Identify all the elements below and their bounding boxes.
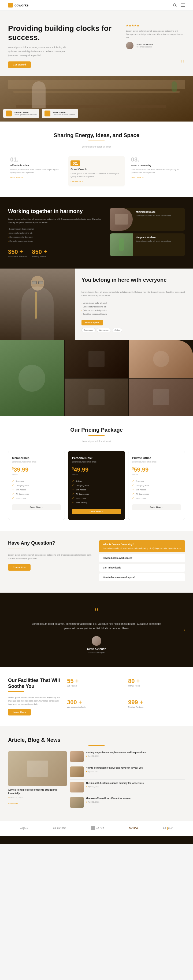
search-icon[interactable]: [172, 3, 177, 7]
testimonial-text: Lorem ipsum dolor sit amet, consectetur …: [30, 622, 163, 631]
blog-item-2-image: [70, 767, 84, 777]
feature-3-learn-more[interactable]: Learn More →: [131, 176, 144, 179]
faq-item-1[interactable]: How to book a workspace?: [99, 554, 185, 562]
gallery-shape-5: [153, 389, 169, 406]
feature-item: ✓Wifi Access: [132, 487, 181, 492]
belong-description: Lorem ipsum dolor sit amet, consectetur …: [81, 291, 187, 298]
faq-title: Have Any Question?: [8, 540, 94, 546]
pricing-card-2-cta[interactable]: Order Now →: [72, 509, 121, 514]
belong-cta-button[interactable]: Book a Space: [81, 320, 103, 325]
blog-title: Article, Blog & News: [8, 737, 185, 743]
belong-title: You belong in here with everyone: [81, 277, 187, 283]
pricing-card-3-cta[interactable]: Order Now →: [132, 504, 181, 510]
testimonial-navigation: ›: [184, 627, 185, 632]
facility-stat-1-num: 55 +: [67, 678, 124, 685]
gallery-item-5: [129, 379, 193, 416]
faq-contact-button[interactable]: Contact Us: [8, 564, 30, 571]
testimonial-author-name: DAVID SANCHEZ: [16, 648, 177, 651]
testimonial-next-button[interactable]: ›: [184, 627, 185, 632]
facility-stat-4: 999 + Positive Reviews: [128, 699, 185, 716]
feature-3-desc: Lorem ipsum dolor sit amet, consectetur …: [131, 168, 183, 174]
pricing-card-1-price: $39.99: [12, 466, 61, 473]
faq-item-active[interactable]: What is Cowork Coworking? Lorem ipsum do…: [99, 540, 185, 552]
workspace-card-1: Comfort Place Lorem ipsum dolor sit amet: [3, 109, 39, 118]
partner-1: al|ter: [20, 827, 28, 830]
working-description: Lorem ipsum dolor sit amet, consectetur …: [8, 218, 104, 224]
partners-section: al|ter ALFORD ALIXR NOVA AL|ER: [0, 821, 193, 836]
pricing-card-1-sub: Lorem ipsum dolor sit amet: [12, 461, 61, 463]
feature-2-learn-more[interactable]: Learn More →: [71, 180, 83, 183]
belong-list: Lorem ipsum dolor sit amet Consectetur a…: [81, 301, 187, 316]
blog-read-more[interactable]: Read More: [8, 802, 18, 805]
faq-question-3: How to become a workspace?: [103, 576, 181, 579]
blog-main-image: [8, 751, 67, 786]
feature-item: ✓Charging Area: [132, 483, 181, 487]
blog-item-4-title: The new office will be different for wom…: [86, 797, 131, 800]
working-card-2-content: Simple & Modern Lorem ipsum dolor sit am…: [133, 234, 174, 256]
gallery-item-2: [65, 340, 128, 378]
logo[interactable]: coworks: [8, 3, 28, 8]
logo-icon: [8, 3, 13, 8]
facilities-inner: Our Facilities That Will Soothe You Lore…: [8, 678, 185, 716]
faq-item-3[interactable]: How to become a workspace?: [99, 573, 185, 581]
facility-stat-2-label: Private Room: [128, 685, 185, 687]
stat-1: 350 + Workspace Available: [8, 248, 27, 258]
feature-1-title: Affordable Price: [10, 164, 62, 167]
gallery-item-4: [65, 379, 128, 416]
blog-main-meta: ★ April 02, 2021: [8, 796, 67, 799]
pricing-divider: [89, 435, 104, 436]
facility-stat-4-num: 999 +: [128, 699, 185, 706]
pricing-section: Our Pricing Package Lorem ipsum dolor si…: [0, 416, 193, 531]
feature-item: ✓Wifi Access: [72, 487, 121, 492]
blog-grid: Advice to help college students struggli…: [8, 751, 185, 810]
quote-decoration: ": [180, 57, 185, 70]
pricing-card-3-period: /month: [132, 473, 181, 476]
stat-2-label: Meeting Rooms: [32, 255, 47, 258]
tag-1: Experience: [81, 328, 96, 332]
facility-stat-2-num: 80 +: [128, 678, 185, 685]
stat-1-num: 350 +: [8, 248, 27, 255]
header-actions: [172, 3, 185, 7]
tag-2: Workspace: [97, 328, 111, 332]
menu-icon[interactable]: [181, 3, 185, 7]
bag-strap: [35, 292, 37, 319]
blog-item-2-title: How to be financially savvy and have fun…: [86, 767, 143, 769]
partner-2: ALFORD: [52, 827, 66, 830]
pricing-cards: Membership Lorem ipsum dolor sit amet $3…: [8, 451, 185, 520]
gallery-shape-2: [89, 351, 104, 367]
reviewer: DAVID SANCHEZ Freelance Designer: [126, 42, 185, 49]
pricing-title: Our Pricing Package: [8, 427, 185, 433]
gallery-shape-3: [153, 351, 169, 367]
partner-3: ALIXR: [91, 826, 104, 830]
belong-list-4: Curabitur consequat ipsum: [81, 312, 187, 316]
working-list: Lorem ipsum dolor sit amet consectetur a…: [8, 227, 104, 243]
facilities-cta-button[interactable]: Learn More: [8, 709, 31, 716]
faq-item-2[interactable]: Can I download?: [99, 564, 185, 572]
blog-item-2-meta: ★ April 02, 2021: [86, 770, 143, 773]
pricing-card-1-period: /month: [12, 473, 61, 476]
blog-item-1-title: Raising wages isn't enough to attract an…: [86, 751, 146, 754]
pricing-card-3-title: Private Office: [132, 457, 181, 460]
workspace-card-desc-2: Lorem ipsum dolor sit amet: [52, 114, 75, 116]
feature-2: 02. Great Coach Lorem ipsum dolor sit am…: [68, 156, 124, 186]
facility-stat-4-label: Positive Reviews: [128, 706, 185, 708]
gallery-item-1: [0, 340, 64, 416]
sharing-title: Sharing Energy, Ideas, and Space: [8, 132, 185, 138]
hero-cta-button[interactable]: Get Started: [8, 61, 31, 68]
review-text: Lorem ipsum dolor sit amet, consectetur …: [126, 30, 185, 39]
pricing-card-2-title: Personal Desk: [72, 457, 121, 460]
working-card-2-title: Simple & Modern: [136, 236, 171, 239]
blog-divider: [89, 745, 104, 746]
blog-main-post: Advice to help college students struggli…: [8, 751, 67, 810]
stat-2-num: 850 +: [32, 248, 47, 255]
facilities-left: Our Facilities That Will Soothe You Lore…: [8, 678, 62, 716]
testimonial-section: " Lorem ipsum dolor sit amet, consectetu…: [0, 593, 193, 667]
working-section: Working together in harmony Lorem ipsum …: [0, 197, 193, 269]
pricing-card-2-price: $49.99: [72, 466, 121, 473]
pricing-card-1-cta[interactable]: Order Now →: [12, 504, 61, 510]
feature-1-learn-more[interactable]: Learn More →: [10, 176, 23, 179]
facility-stat-1-label: Wifi Found: [67, 685, 124, 687]
feature-item: ✓All day access: [132, 492, 181, 496]
belong-person-image: [0, 269, 75, 340]
workspace-card-title-1: Comfort Place: [14, 111, 36, 114]
